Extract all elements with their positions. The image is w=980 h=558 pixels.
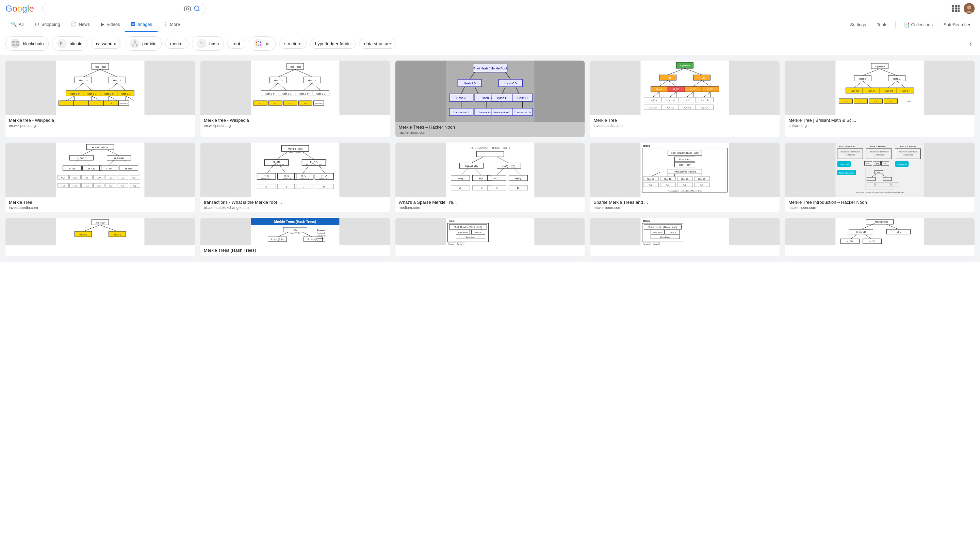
safesearch-dropdown[interactable]: SafeSearch ▾ (939, 20, 975, 30)
image-card-11[interactable]: Top Hash Hash 0 Hash 1 (5, 218, 195, 256)
nav-right: Settings Tools 📑 Collections SafeSearch … (846, 20, 975, 30)
google-logo[interactable]: Google (5, 3, 34, 14)
image-card-15[interactable]: H_ABCDEFGH H_ABCD H_EFGH H_AB H_CD (785, 218, 975, 256)
svg-text:L4: L4 (304, 102, 307, 105)
svg-text:Hash 1-1: Hash 1-1 (316, 92, 326, 95)
image-card-4[interactable]: Top Hash H_AB H_CD H_AA H_BB H_CC H_DD (590, 61, 780, 137)
image-thumb-4: Top Hash H_AB H_CD H_AA H_BB H_CC H_DD (590, 61, 780, 115)
svg-point-14 (130, 39, 140, 48)
image-card-8[interactable]: H( H( H(A)+H(B) ) + H( H(C)+H(D) ) ) H(A… (396, 143, 585, 212)
svg-text:crypto hash: crypto hash (839, 163, 849, 165)
image-card-7[interactable]: Merkle Root Hash(ABCD) H_AB Hash(H_A+H_B… (200, 143, 390, 212)
svg-text:T_d: T_d (97, 185, 100, 187)
svg-text:H_ABCD: H_ABCD (77, 157, 86, 160)
svg-text:Block 0 Header: Block 0 Header (839, 145, 856, 148)
search-input[interactable]: merkle trees (47, 5, 181, 11)
svg-point-27 (258, 45, 259, 46)
svg-text:H_BB: H_BB (673, 88, 680, 91)
filter-chip-patricia[interactable]: patricia (125, 36, 162, 51)
svg-text:H(C)+H(D): H(C)+H(D) (502, 165, 515, 168)
collections-link[interactable]: 📑 Collections (900, 20, 937, 30)
image-info-4: Merkle Tree investopedia.com (590, 115, 780, 130)
filter-next-button[interactable]: › (967, 38, 975, 49)
filter-chip-structure[interactable]: structure (279, 39, 307, 49)
svg-text:Hash B: Hash B (481, 96, 492, 100)
svg-text:B: B (286, 185, 287, 188)
apps-grid-icon[interactable] (952, 5, 960, 12)
chip-img-patricia (130, 39, 140, 48)
image-thumb-2: Top Hash Hash 0 Hash 1 Hash 0-0 Hash 0-1… (200, 61, 390, 115)
image-card-12[interactable]: Merkle Trees (Hash Trees) ROOT hash(A,B)… (200, 218, 390, 256)
image-card-13[interactable]: Block Block Header (Block Hash) Prev Has… (396, 218, 585, 256)
svg-rect-6 (12, 41, 15, 43)
svg-text:Block Header (Block Hash): Block Header (Block Hash) (648, 226, 677, 229)
svg-text:B: B (481, 187, 482, 190)
tab-videos[interactable]: ▶ Videos (95, 17, 126, 32)
svg-text:Root Hash: Root Hash (466, 236, 475, 238)
svg-text:H_AB: H_AB (847, 240, 853, 243)
svg-text:Top Hash: Top Hash (95, 222, 105, 224)
svg-text:H_EF: H_EF (105, 167, 112, 170)
image-card-2[interactable]: Top Hash Hash 0 Hash 1 Hash 0-0 Hash 0-1… (200, 61, 390, 137)
tab-shopping[interactable]: 🏷 Shopping (29, 17, 65, 32)
svg-text:H_g H_h: H_g H_h (701, 99, 709, 101)
svg-text:Hash 1: Hash 1 (893, 77, 900, 80)
svg-text:Hash 1-1: Hash 1-1 (121, 92, 131, 95)
filter-chip-cassandra[interactable]: cassandra (91, 39, 121, 49)
svg-rect-68 (251, 61, 339, 115)
filter-chip-bitcoin[interactable]: ₿ bitcoin (52, 36, 87, 51)
image-info-3: Merkle Trees – Hacker Noon hackernoon.co… (396, 122, 585, 137)
svg-text:Top Hash: Top Hash (680, 64, 690, 67)
filter-chip-hash[interactable]: # hash (192, 36, 224, 51)
svg-text:Tx1: Tx1 (666, 184, 670, 186)
image-card-10[interactable]: Block 0 Header Block 1 Header Block 2 He… (785, 143, 975, 212)
settings-link[interactable]: Settings (846, 20, 870, 30)
image-thumb-14: Block Block Header (Block Hash) Prev Has… (590, 218, 780, 245)
svg-text:Hash 11: Hash 11 (901, 90, 910, 92)
image-info-10: Merkle Tree Introduction – Hacker Noon h… (785, 197, 975, 212)
svg-text:data blocks.: data blocks. (317, 235, 326, 237)
svg-text:Block Header (Block Hash): Block Header (Block Hash) (671, 152, 699, 154)
filter-chip-blockchain[interactable]: blockchain (5, 36, 49, 51)
filter-chip-root[interactable]: root (227, 39, 245, 49)
tools-link[interactable]: Tools (873, 20, 891, 30)
user-avatar[interactable] (964, 3, 975, 14)
svg-text:Tx0: Tx0 (649, 184, 653, 186)
svg-text:Hash 00: Hash 00 (850, 90, 859, 92)
svg-text:L1: L1 (259, 102, 262, 105)
svg-point-28 (260, 44, 261, 46)
svg-text:H(A)+H(B): H(A)+H(B) (465, 165, 478, 168)
svg-text:Data Blocks: Data Blocks (314, 102, 323, 105)
camera-search-button[interactable] (184, 5, 191, 12)
tab-images[interactable]: 🖼 Images (125, 17, 158, 32)
tab-more[interactable]: ⋮ More (158, 17, 185, 32)
svg-text:Top Hash: Top Hash (875, 65, 885, 68)
image-thumb-10: Block 0 Header Block 1 Header Block 2 He… (785, 143, 975, 197)
filter-chip-data-structure[interactable]: data structure (359, 39, 396, 49)
filter-chip-git[interactable]: git (249, 36, 276, 51)
filter-row: blockchain ₿ bitcoin cassandra patricia (0, 32, 980, 55)
svg-text:H_D: H_D (321, 174, 327, 177)
filter-chip-merkel[interactable]: merkel (165, 39, 189, 49)
image-card-5[interactable]: Top Hash Hash 0 Hash 1 Hash 00 Hash 01 H… (785, 61, 975, 137)
svg-text:L3: L3 (875, 100, 877, 102)
image-card-6[interactable]: H_ABCDEFGH H_ABCD H_EFGH H_AB H_CD H_EF … (5, 143, 195, 212)
svg-rect-7 (12, 44, 15, 46)
image-card-3[interactable]: Root Hash / Merkle Root Hash AB Hash CD … (396, 61, 585, 137)
svg-text:H_A: H_A (263, 174, 269, 177)
svg-rect-9 (16, 44, 19, 46)
filter-chip-hyperledger[interactable]: hyperledger fabric (310, 39, 356, 49)
svg-text:L1: L1 (65, 102, 67, 105)
svg-text:Top Hash: Top Hash (289, 65, 301, 68)
image-card-14[interactable]: Block Block Header (Block Hash) Prev Has… (590, 218, 780, 256)
tab-news[interactable]: 📄 News (65, 17, 95, 32)
chip-img-hash: # (197, 39, 207, 48)
image-card-9[interactable]: Block Block Header (Block Hash) Prev Has… (590, 143, 780, 212)
image-card-1[interactable]: Top Hash Hash 0 Hash 1 Hash 0-0 Hash 0-1… (5, 61, 195, 137)
search-button[interactable] (194, 5, 200, 12)
tab-all[interactable]: 🔍 All (5, 17, 29, 32)
svg-text:Hash12: Hash12 (664, 178, 671, 180)
svg-text:Root Hash: Root Hash (679, 164, 690, 166)
svg-text:Previous header hash: Previous header hash (840, 151, 860, 153)
image-info-5: Merkle Tree | Brilliant Math & Sci... br… (785, 115, 975, 130)
